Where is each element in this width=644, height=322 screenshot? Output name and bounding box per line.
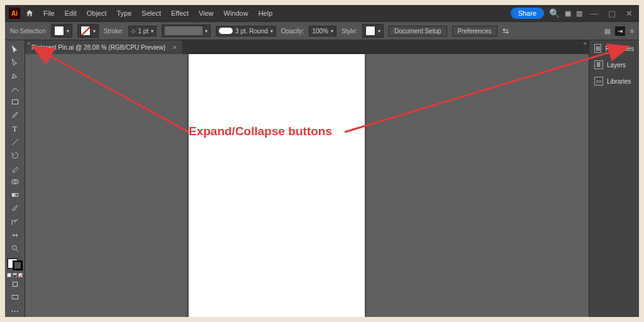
- selection-tool-icon[interactable]: [8, 43, 23, 55]
- color-mode-icons[interactable]: [7, 273, 23, 277]
- document-tab-title: Pinterest Pin.ai @ 28.08 % (RGB/CPU Prev…: [31, 44, 165, 51]
- rotate-tool-icon[interactable]: [8, 149, 23, 161]
- rectangle-tool-icon[interactable]: [8, 96, 23, 108]
- opacity-input[interactable]: 100%▾: [309, 26, 336, 36]
- eraser-tool-icon[interactable]: [8, 162, 23, 174]
- fill-stroke-swatch[interactable]: [8, 258, 23, 270]
- panel-libraries[interactable]: ▭ Libraries: [589, 73, 639, 89]
- panel-layers[interactable]: ≣ Layers: [589, 57, 639, 73]
- minimize-icon[interactable]: —: [587, 9, 601, 18]
- search-icon[interactable]: 🔍: [549, 8, 560, 18]
- line-tool-icon[interactable]: [8, 136, 23, 148]
- edit-toolbar-icon[interactable]: ⋯: [8, 305, 23, 317]
- selection-status: No Selection: [10, 28, 46, 35]
- menu-select[interactable]: Select: [137, 8, 165, 19]
- control-menu-icon[interactable]: ≡: [630, 28, 634, 35]
- share-button[interactable]: Share: [511, 8, 544, 19]
- stroke-profile-dropdown[interactable]: ▾: [162, 25, 211, 37]
- annotation-label: Expand/Collapse buttons: [189, 125, 332, 138]
- panel-label: Layers: [607, 62, 626, 69]
- drawing-mode-icon[interactable]: [8, 279, 23, 291]
- width-tool-icon[interactable]: [8, 229, 23, 241]
- stroke-weight-input[interactable]: ◇1 pt▾: [128, 26, 157, 36]
- menu-file[interactable]: File: [39, 8, 59, 19]
- menu-view[interactable]: View: [194, 8, 218, 19]
- libraries-icon: ▭: [594, 77, 603, 86]
- artboard[interactable]: [189, 54, 365, 317]
- menu-bar: Ai File Edit Object Type Select Effect V…: [5, 5, 639, 21]
- document-tab[interactable]: Pinterest Pin.ai @ 28.08 % (RGB/CPU Prev…: [25, 40, 182, 54]
- menu-effect[interactable]: Effect: [167, 8, 193, 19]
- canvas-area: « Pinterest Pin.ai @ 28.08 % (RGB/CPU Pr…: [25, 40, 589, 317]
- style-label: Style:: [341, 28, 357, 35]
- opacity-label: Opacity:: [281, 28, 304, 35]
- curvature-tool-icon[interactable]: [8, 82, 23, 94]
- workspace-switcher-icon[interactable]: ▥: [576, 9, 582, 18]
- stroke-swatch-dropdown[interactable]: ▾: [77, 24, 99, 38]
- app-logo-icon: Ai: [9, 8, 20, 19]
- properties-icon: ⊞: [594, 44, 601, 53]
- panel-properties[interactable]: ⊞ Properties: [589, 40, 639, 57]
- maximize-icon[interactable]: ▢: [606, 9, 618, 18]
- workspace: T ⋯ « Pinterest Pin.ai @ 28.08 % (RGB/CP…: [5, 40, 639, 317]
- gradient-tool-icon[interactable]: [8, 189, 23, 201]
- expand-collapse-left-toggle[interactable]: «: [25, 40, 33, 47]
- menu-edit[interactable]: Edit: [60, 8, 81, 19]
- arrange-docs-icon[interactable]: ▦: [565, 9, 571, 18]
- eyedropper-tool-icon[interactable]: [8, 203, 23, 214]
- document-setup-button[interactable]: Document Setup: [389, 26, 447, 36]
- tools-panel: T ⋯: [5, 40, 25, 317]
- menu-window[interactable]: Window: [219, 8, 253, 19]
- menu-items: File Edit Object Type Select Effect View…: [39, 8, 277, 19]
- menu-object[interactable]: Object: [82, 8, 111, 19]
- svg-rect-3: [12, 194, 18, 197]
- menu-help[interactable]: Help: [254, 8, 277, 19]
- layers-icon: ≣: [594, 60, 603, 69]
- close-tab-icon[interactable]: ×: [173, 43, 177, 51]
- zoom-tool-icon[interactable]: [8, 242, 23, 254]
- document-tab-strip: Pinterest Pin.ai @ 28.08 % (RGB/CPU Prev…: [25, 40, 589, 54]
- pen-tool-icon[interactable]: [8, 69, 23, 81]
- menu-type[interactable]: Type: [113, 8, 136, 19]
- control-expand-icon[interactable]: ⇥: [615, 26, 625, 36]
- paintbrush-tool-icon[interactable]: [8, 109, 23, 121]
- screen-mode-icon[interactable]: [8, 292, 23, 304]
- style-dropdown[interactable]: ▾: [362, 24, 384, 38]
- brush-definition-dropdown[interactable]: 3 pt. Round▾: [216, 26, 276, 36]
- svg-rect-0: [12, 100, 18, 104]
- direct-selection-tool-icon[interactable]: [8, 56, 23, 68]
- expand-collapse-right-toggle[interactable]: »: [580, 40, 589, 47]
- home-icon[interactable]: [23, 8, 36, 19]
- scale-tool-icon[interactable]: [8, 216, 23, 228]
- essentials-icon[interactable]: ▤: [604, 28, 610, 35]
- svg-point-4: [12, 245, 16, 250]
- control-bar: No Selection ▾ ▾ Stroke: ◇1 pt▾ ▾ 3 pt. …: [5, 21, 639, 40]
- stroke-label: Stroke:: [104, 28, 124, 35]
- panel-label: Libraries: [607, 78, 631, 85]
- panels-column: ⊞ Properties ≣ Layers ▭ Libraries: [589, 40, 639, 317]
- svg-rect-5: [13, 282, 17, 287]
- align-icons[interactable]: ⇆: [502, 26, 509, 35]
- close-icon[interactable]: ✕: [623, 9, 635, 18]
- preferences-button[interactable]: Preferences: [452, 26, 497, 36]
- shape-builder-tool-icon[interactable]: [8, 176, 23, 188]
- type-tool-icon[interactable]: T: [8, 123, 23, 135]
- svg-rect-6: [12, 296, 18, 299]
- fill-swatch-dropdown[interactable]: ▾: [51, 24, 72, 38]
- panel-label: Properties: [605, 45, 634, 52]
